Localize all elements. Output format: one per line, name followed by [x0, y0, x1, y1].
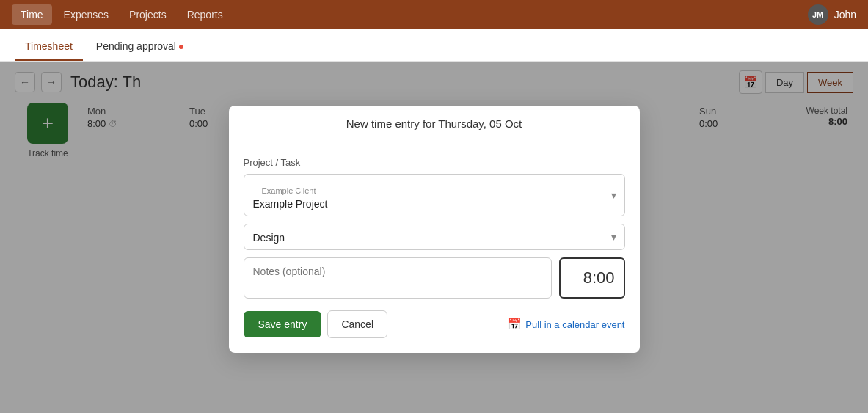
pull-calendar-label: Pull in a calendar event	[525, 319, 624, 330]
main-content: ← → Today: Th 📅 Day Week + Track time Mo…	[0, 62, 868, 413]
project-value: Example Project	[253, 197, 598, 210]
tab-pending-approval[interactable]: Pending approval	[86, 33, 194, 61]
nav-expenses[interactable]: Expenses	[55, 4, 117, 25]
notes-input[interactable]	[244, 257, 552, 299]
top-nav: Time Expenses Projects Reports JM John	[0, 0, 868, 29]
calendar-link-icon: 📅	[508, 318, 522, 331]
modal-overlay: New time entry for Thursday, 05 Oct Proj…	[0, 62, 868, 413]
new-time-entry-modal: New time entry for Thursday, 05 Oct Proj…	[229, 106, 640, 353]
nav-projects[interactable]: Projects	[120, 4, 175, 25]
modal-actions: Save entry Cancel 📅 Pull in a calendar e…	[244, 310, 625, 338]
pull-calendar-link[interactable]: 📅 Pull in a calendar event	[508, 318, 624, 331]
client-label: Example Client	[253, 180, 598, 197]
task-select[interactable]: Design	[244, 224, 625, 250]
nav-time[interactable]: Time	[12, 4, 52, 25]
task-value: Design	[253, 230, 598, 244]
time-input[interactable]: 8:00	[559, 257, 625, 299]
project-selector-wrapper: Example Client Example Project ▾	[244, 174, 625, 216]
tab-timesheet[interactable]: Timesheet	[15, 33, 83, 61]
task-selector-wrapper: Design ▾	[244, 224, 625, 250]
project-select[interactable]: Example Client Example Project	[244, 174, 625, 216]
user-name: John	[834, 9, 856, 21]
avatar: JM	[808, 4, 828, 25]
nav-right: JM John	[808, 4, 856, 25]
modal-body: Project / Task Example Client Example Pr…	[229, 142, 640, 353]
notes-time-row: 8:00	[244, 257, 625, 299]
pending-indicator	[179, 45, 183, 49]
sub-nav: Timesheet Pending approval	[0, 29, 868, 62]
nav-reports[interactable]: Reports	[178, 4, 232, 25]
save-entry-button[interactable]: Save entry	[244, 311, 322, 337]
cancel-button[interactable]: Cancel	[327, 310, 387, 338]
modal-title: New time entry for Thursday, 05 Oct	[229, 106, 640, 142]
project-task-label: Project / Task	[244, 157, 625, 168]
